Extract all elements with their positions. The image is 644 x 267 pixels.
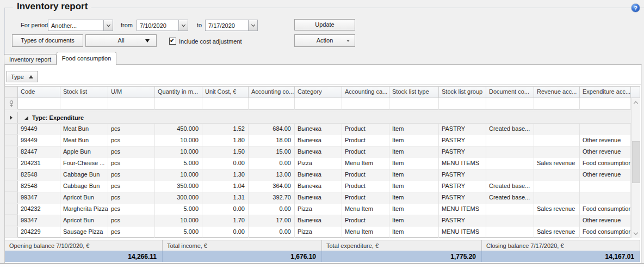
grid-cell[interactable]: pcs bbox=[108, 135, 155, 147]
grid-cell[interactable]: Other revenue bbox=[580, 135, 631, 147]
grid-cell[interactable]: 13.00 bbox=[249, 169, 295, 181]
grid-cell[interactable] bbox=[534, 192, 580, 204]
grid-cell[interactable]: Item bbox=[389, 215, 439, 227]
grid-cell[interactable]: Product bbox=[342, 181, 389, 192]
grid-cell[interactable] bbox=[486, 158, 534, 169]
grid-cell[interactable]: 1.50 bbox=[202, 147, 249, 158]
table-row[interactable]: 99449Meat Bunpcs10.0001.8018.00ВыпечкаPr… bbox=[5, 135, 640, 147]
grid-cell[interactable]: Product bbox=[342, 124, 389, 135]
group-row-cell[interactable]: Type: Expenditure bbox=[18, 112, 631, 123]
grid-cell[interactable]: Menu Item bbox=[342, 158, 389, 169]
scroll-up-button[interactable] bbox=[631, 98, 640, 107]
grid-cell[interactable]: 10.000 bbox=[155, 169, 202, 181]
grid-cell[interactable]: 17.00 bbox=[249, 215, 295, 227]
grid-cell[interactable]: 82548 bbox=[18, 181, 60, 192]
column-header[interactable]: Unit Cost, € bbox=[202, 87, 249, 98]
grid-cell[interactable]: Food consumption bbox=[580, 227, 631, 238]
grid-cell[interactable]: Item bbox=[389, 147, 439, 158]
from-date-arrow-icon[interactable] bbox=[178, 20, 188, 31]
action-button[interactable]: Action bbox=[294, 34, 355, 47]
grid-cell[interactable]: Apricot Bun bbox=[60, 215, 108, 227]
grid-cell[interactable]: 18.00 bbox=[249, 135, 295, 147]
table-row[interactable]: 204229Sausage Pizzapcs5.0000.000.00Pizza… bbox=[5, 227, 640, 238]
grid-cell[interactable]: 15.00 bbox=[249, 147, 295, 158]
grid-cell[interactable]: Item bbox=[389, 135, 439, 147]
grid-cell[interactable]: 82548 bbox=[18, 169, 60, 181]
grid-cell[interactable]: Item bbox=[389, 158, 439, 169]
grid-cell[interactable]: Выпечка bbox=[295, 215, 342, 227]
grid-cell[interactable]: 684.00 bbox=[249, 124, 295, 135]
document-type-dropdown[interactable]: All bbox=[85, 34, 157, 47]
filter-cell[interactable] bbox=[342, 98, 389, 110]
filter-cell[interactable] bbox=[534, 98, 580, 110]
column-header[interactable]: Category bbox=[295, 87, 342, 98]
grid-cell[interactable]: pcs bbox=[108, 124, 155, 135]
grid-cell[interactable] bbox=[486, 204, 534, 215]
grid-cell[interactable]: PASTRY bbox=[439, 192, 486, 204]
filter-cell[interactable] bbox=[580, 98, 631, 110]
column-header[interactable]: Expenditure acc... bbox=[580, 87, 631, 98]
grid-cell[interactable]: 99347 bbox=[18, 192, 60, 204]
filter-cell[interactable] bbox=[486, 98, 534, 110]
grid-cell[interactable]: 204231 bbox=[18, 158, 60, 169]
column-header[interactable]: Stock list group bbox=[439, 87, 486, 98]
grid-cell[interactable]: Item bbox=[389, 124, 439, 135]
column-header[interactable]: Accounting co... bbox=[249, 87, 295, 98]
grid-cell[interactable]: 10.000 bbox=[155, 135, 202, 147]
scrollbar-thumb[interactable] bbox=[632, 141, 640, 183]
grid-cell[interactable]: Menu Item bbox=[342, 227, 389, 238]
grid-cell[interactable] bbox=[580, 192, 631, 204]
table-row[interactable]: 204231Four-Cheese ...pcs5.0000.000.00Piz… bbox=[5, 158, 640, 169]
grid-cell[interactable]: 0.00 bbox=[249, 204, 295, 215]
grid-cell[interactable] bbox=[580, 124, 631, 135]
grid-cell[interactable]: 10.000 bbox=[155, 215, 202, 227]
column-header[interactable]: Code bbox=[18, 87, 60, 98]
filter-cell[interactable] bbox=[295, 98, 342, 110]
vertical-scrollbar[interactable] bbox=[631, 98, 640, 238]
grid-cell[interactable]: MENU ITEMS bbox=[439, 227, 486, 238]
grid-cell[interactable]: Item bbox=[389, 227, 439, 238]
grid-cell[interactable]: 99449 bbox=[18, 135, 60, 147]
grid-cell[interactable]: PASTRY bbox=[439, 215, 486, 227]
include-cost-adjustment-checkbox[interactable] bbox=[169, 38, 176, 45]
grid-cell[interactable]: PASTRY bbox=[439, 124, 486, 135]
grid-cell[interactable]: Item bbox=[389, 204, 439, 215]
update-button[interactable]: Update bbox=[294, 19, 355, 31]
filter-cell[interactable] bbox=[202, 98, 249, 110]
grid-cell[interactable]: PASTRY bbox=[439, 181, 486, 192]
grid-cell[interactable]: 1.52 bbox=[202, 124, 249, 135]
grid-cell[interactable]: Sales revenue bbox=[534, 227, 580, 238]
grid-cell[interactable] bbox=[486, 215, 534, 227]
grid-cell[interactable]: Created base... bbox=[486, 181, 534, 192]
grid-cell[interactable] bbox=[486, 147, 534, 158]
grid-cell[interactable]: 350.000 bbox=[155, 181, 202, 192]
to-date-arrow-icon[interactable] bbox=[248, 20, 257, 31]
grid-cell[interactable]: Food consumption bbox=[580, 158, 631, 169]
grid-cell[interactable]: 1.30 bbox=[202, 169, 249, 181]
grid-cell[interactable]: 1.70 bbox=[202, 215, 249, 227]
grid-cell[interactable]: Item bbox=[389, 181, 439, 192]
column-header[interactable]: Stock list type bbox=[389, 87, 439, 98]
grid-cell[interactable]: 0.00 bbox=[202, 204, 249, 215]
grid-cell[interactable]: 99449 bbox=[18, 124, 60, 135]
grid-cell[interactable]: 300.000 bbox=[155, 192, 202, 204]
help-icon[interactable]: ? bbox=[631, 3, 640, 13]
column-header[interactable]: Revenue acc... bbox=[534, 87, 580, 98]
grid-cell[interactable]: pcs bbox=[108, 147, 155, 158]
table-row[interactable]: 204232Margherita Pizzapcs5.0000.000.00Pi… bbox=[5, 204, 640, 215]
grid-cell[interactable]: pcs bbox=[108, 181, 155, 192]
grid-cell[interactable]: Other revenue bbox=[580, 215, 631, 227]
group-row-expenditure[interactable]: Type: Expenditure bbox=[5, 112, 640, 124]
grid-cell[interactable]: Meat Bun bbox=[60, 135, 108, 147]
grid-cell[interactable] bbox=[486, 227, 534, 238]
filter-cell[interactable] bbox=[439, 98, 486, 110]
grid-cell[interactable]: Sausage Pizza bbox=[60, 227, 108, 238]
column-header[interactable]: Quantity in m... bbox=[155, 87, 202, 98]
table-row[interactable]: 99449Meat Bunpcs450.0001.52684.00Выпечка… bbox=[5, 124, 640, 135]
grid-cell[interactable]: 10.000 bbox=[155, 147, 202, 158]
grid-cell[interactable]: Выпечка bbox=[295, 135, 342, 147]
grid-cell[interactable]: 0.00 bbox=[249, 227, 295, 238]
table-row[interactable]: 82548Cabbage Bunpcs350.0001.04364.00Выпе… bbox=[5, 181, 640, 192]
collapse-group-icon[interactable] bbox=[24, 116, 28, 120]
grid-cell[interactable]: MENU ITEMS bbox=[439, 204, 486, 215]
